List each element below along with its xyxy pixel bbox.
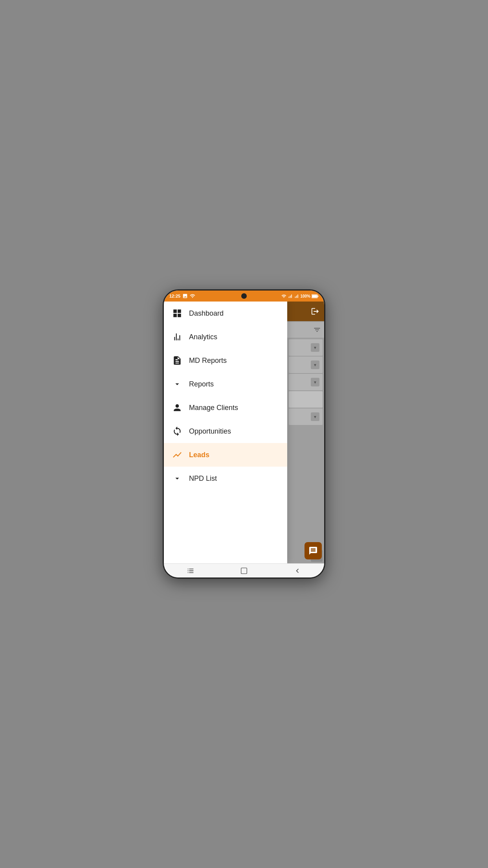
phone-signal-icon bbox=[294, 294, 299, 299]
status-bar-right: 100% bbox=[281, 294, 319, 299]
sidebar-item-label: Reports bbox=[189, 380, 214, 388]
sidebar-item-leads[interactable]: Leads bbox=[164, 443, 287, 467]
battery-display: 100% bbox=[300, 294, 310, 298]
sidebar-item-label: Manage Clients bbox=[189, 404, 238, 412]
recent-apps-button[interactable] bbox=[186, 566, 195, 575]
sidebar-item-reports[interactable]: Reports bbox=[164, 372, 287, 396]
analytics-icon bbox=[172, 331, 183, 342]
signal-icon bbox=[190, 293, 195, 299]
report-icon bbox=[172, 355, 183, 366]
background-panel: ▼ ▼ ▼ ▼ + bbox=[287, 302, 324, 563]
table-content: ▼ ▼ ▼ ▼ bbox=[287, 338, 324, 550]
svg-rect-2 bbox=[317, 295, 318, 297]
sidebar-item-label: Opportunities bbox=[189, 427, 231, 436]
dropdown-icon: ▼ bbox=[311, 343, 319, 352]
home-button[interactable] bbox=[240, 566, 248, 575]
back-button[interactable] bbox=[293, 566, 302, 575]
dropdown-icon: ▼ bbox=[311, 378, 319, 386]
person-icon bbox=[172, 402, 183, 413]
status-bar-left: 12:25 bbox=[169, 293, 195, 299]
sidebar-item-dashboard[interactable]: Dashboard bbox=[164, 302, 287, 325]
sidebar-item-md-reports[interactable]: MD Reports bbox=[164, 349, 287, 372]
table-row: ▼ bbox=[289, 357, 323, 373]
sidebar-item-label: Analytics bbox=[189, 333, 217, 341]
filter-bar bbox=[287, 322, 324, 338]
screen: Dashboard Analytics MD Reports bbox=[164, 302, 324, 563]
sidebar-item-label: Leads bbox=[189, 451, 209, 459]
logout-icon[interactable] bbox=[311, 307, 319, 316]
battery-icon bbox=[312, 294, 319, 299]
bottom-navigation bbox=[164, 563, 324, 577]
signal-bars-icon bbox=[288, 294, 293, 299]
phone-frame: 12:25 100% bbox=[163, 289, 325, 579]
status-bar: 12:25 100% bbox=[164, 291, 324, 302]
dropdown-icon: ▼ bbox=[311, 360, 319, 369]
grid-icon bbox=[172, 308, 183, 319]
sidebar-item-opportunities[interactable]: Opportunities bbox=[164, 419, 287, 443]
table-row: ▼ bbox=[289, 374, 323, 390]
chat-fab-button[interactable] bbox=[305, 542, 322, 559]
navigation-drawer: Dashboard Analytics MD Reports bbox=[164, 302, 287, 563]
sidebar-item-npd-list[interactable]: NPD List bbox=[164, 467, 287, 490]
filter-icon[interactable] bbox=[313, 326, 321, 334]
leads-icon bbox=[172, 449, 183, 460]
sidebar-item-label: Dashboard bbox=[189, 309, 224, 318]
table-row: ▼ bbox=[289, 408, 323, 425]
chevron-down-icon bbox=[172, 379, 183, 390]
sidebar-item-manage-clients[interactable]: Manage Clients bbox=[164, 396, 287, 419]
chevron-down-icon bbox=[172, 473, 183, 484]
sidebar-item-label: NPD List bbox=[189, 474, 217, 483]
opportunities-icon bbox=[172, 426, 183, 437]
sidebar-item-label: MD Reports bbox=[189, 357, 227, 365]
camera-notch bbox=[241, 293, 247, 299]
sidebar-item-analytics[interactable]: Analytics bbox=[164, 325, 287, 349]
time-display: 12:25 bbox=[169, 294, 180, 298]
svg-rect-3 bbox=[241, 568, 247, 574]
dropdown-icon: ▼ bbox=[311, 412, 319, 421]
photo-icon bbox=[182, 293, 188, 299]
table-row: ▼ bbox=[289, 339, 323, 356]
svg-rect-1 bbox=[312, 295, 317, 298]
table-row bbox=[289, 391, 323, 408]
app-top-bar bbox=[287, 302, 324, 321]
wifi-icon bbox=[281, 294, 286, 299]
